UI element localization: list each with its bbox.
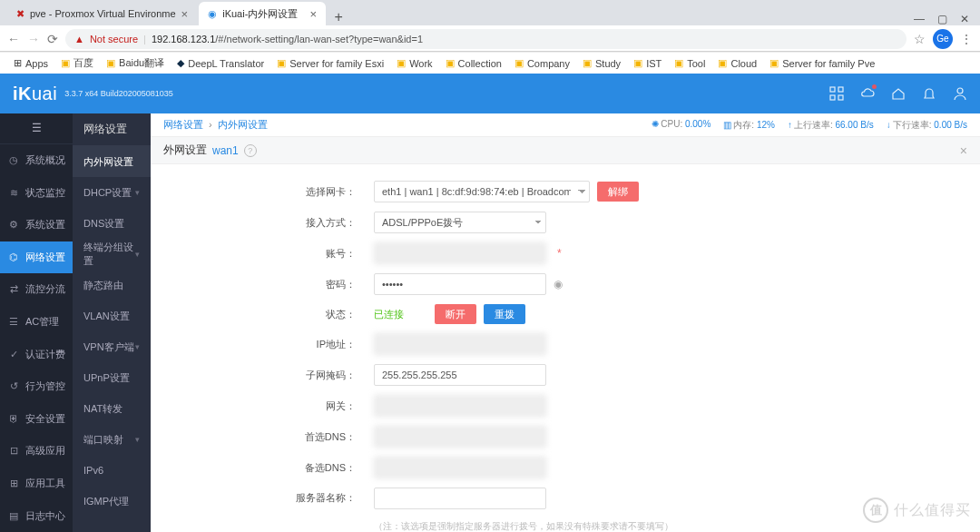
nav-item-tools[interactable]: ⊞应用工具 — [0, 468, 73, 500]
nic-select[interactable]: eth1 | wan1 | 8c:df:9d:98:74:eb | Broadc… — [374, 181, 590, 202]
folder-icon: ▣ — [514, 57, 524, 69]
list-icon: ☰ — [7, 316, 20, 328]
nav-reload[interactable]: ⟳ — [47, 32, 58, 46]
nav-item-system[interactable]: ⚙系统设置 — [0, 209, 73, 241]
folder-icon: ▣ — [769, 57, 779, 69]
eye-icon[interactable]: ◉ — [554, 278, 563, 291]
browser-tab-active[interactable]: ◉ iKuai-内外网设置 × — [199, 2, 326, 25]
url-input[interactable]: ▲ Not secure | 192.168.123.1/#/network-s… — [65, 29, 906, 49]
cpu-icon: ✺ — [652, 119, 659, 129]
warning-icon: ▲ — [74, 34, 84, 44]
dns2-input[interactable] — [374, 457, 546, 478]
crumb-link[interactable]: 网络设置 — [163, 119, 203, 130]
cloud-icon[interactable] — [860, 86, 875, 101]
window-minimize[interactable]: — — [914, 13, 925, 25]
subnav-vlan[interactable]: VLAN设置 — [73, 300, 151, 331]
access-select[interactable]: ADSL/PPPoE拨号 — [374, 212, 546, 233]
subnav-route[interactable]: 静态路由 — [73, 270, 151, 300]
subnav-dhcp[interactable]: DHCP设置▾ — [73, 177, 151, 208]
bookmark-item[interactable]: ▣Server for family Esxi — [272, 55, 388, 71]
tab-wan-label: wan1 — [212, 144, 239, 157]
subnav-dns[interactable]: DNS设置 — [73, 208, 151, 239]
mask-input[interactable] — [374, 364, 546, 386]
label-ip: IP地址： — [163, 334, 374, 354]
bookmark-apps[interactable]: ⊞Apps — [9, 55, 53, 71]
bookmark-item[interactable]: ▣Work — [392, 55, 436, 71]
svg-point-4 — [957, 88, 963, 94]
redial-button[interactable]: 重拨 — [484, 304, 525, 324]
svg-rect-2 — [830, 95, 835, 100]
nav-back[interactable]: ← — [7, 32, 20, 46]
bookmark-item[interactable]: ▣Study — [578, 55, 625, 71]
shield-icon: ⛨ — [7, 413, 20, 424]
bookmark-item[interactable]: ▣百度 — [56, 54, 98, 72]
subnav-ipv6[interactable]: IPv6 — [73, 455, 151, 486]
crumb-link[interactable]: 内外网设置 — [218, 119, 268, 130]
chevron-down-icon: ▾ — [135, 342, 140, 351]
security-label: Not secure — [90, 34, 138, 44]
label-server: 服务器名称： — [163, 488, 374, 507]
app-icon: ⊡ — [7, 445, 20, 457]
log-icon: ▤ — [7, 510, 20, 522]
bookmark-item[interactable]: ▣Baidu翻译 — [102, 54, 169, 72]
nav-item-network[interactable]: ⌬网络设置 — [0, 241, 73, 274]
bookmark-item[interactable]: ◆DeepL Translator — [172, 55, 269, 71]
account-input[interactable] — [374, 242, 546, 264]
subnav-group[interactable]: 终端分组设置▾ — [73, 239, 151, 270]
bookmark-item[interactable]: ▣IST — [629, 55, 666, 71]
browser-menu[interactable]: ⋮ — [960, 32, 973, 46]
label-mask: 子网掩码： — [163, 365, 374, 385]
dns1-input[interactable] — [374, 426, 546, 448]
label-nic: 选择网卡： — [163, 182, 374, 202]
server-hint: （注：该选项是强制指定服务器进行拨号，如果没有特殊要求请不要填写） — [374, 520, 673, 532]
bell-icon[interactable] — [922, 86, 936, 101]
close-panel-icon[interactable]: × — [960, 143, 967, 158]
nav-item-monitor[interactable]: ≋状态监控 — [0, 176, 73, 209]
nav-item-security[interactable]: ⛨安全设置 — [0, 403, 73, 436]
bookmark-item[interactable]: ▣Cloud — [713, 55, 761, 71]
unbind-button[interactable]: 解绑 — [597, 182, 639, 202]
disconnect-button[interactable]: 断开 — [435, 304, 476, 324]
profile-avatar[interactable]: Ge — [933, 29, 953, 49]
folder-icon: ▣ — [583, 57, 592, 69]
grid-icon[interactable] — [829, 86, 844, 101]
nav-item-overview[interactable]: ◷系统概况 — [0, 144, 73, 177]
browser-tab[interactable]: ✖ pve - Proxmox Virtual Environme × — [7, 2, 197, 25]
home-icon[interactable] — [891, 86, 906, 101]
bookmark-item[interactable]: ▣Tool — [670, 55, 710, 71]
logo: iKuai — [13, 84, 57, 104]
subnav-igmp[interactable]: IGMP代理 — [73, 486, 151, 517]
window-close[interactable]: ✕ — [960, 13, 969, 25]
nav-item-auth[interactable]: ✓认证计费 — [0, 338, 73, 370]
subnav-vpn[interactable]: VPN客户端▾ — [73, 331, 151, 362]
subnav-nat[interactable]: NAT转发 — [73, 393, 151, 424]
nav-collapse-icon[interactable]: ☰ — [0, 113, 73, 144]
nav-item-advanced[interactable]: ⊡高级应用 — [0, 435, 73, 468]
folder-icon: ▣ — [718, 57, 727, 69]
user-icon[interactable] — [953, 86, 967, 101]
subnav-portmap[interactable]: 端口映射▾ — [73, 424, 151, 455]
nav-item-behavior[interactable]: ↺行为管控 — [0, 370, 73, 403]
new-tab-button[interactable]: + — [328, 9, 349, 25]
close-icon[interactable]: × — [310, 7, 318, 21]
ip-input[interactable] — [374, 333, 546, 355]
bookmark-star[interactable]: ☆ — [914, 32, 926, 46]
subnav-lanwan[interactable]: 内外网设置 — [73, 146, 151, 177]
password-input[interactable] — [374, 273, 546, 295]
window-maximize[interactable]: ▢ — [937, 13, 947, 25]
label-dns1: 首选DNS： — [163, 427, 374, 447]
nav-item-logs[interactable]: ▤日志中心 — [0, 499, 73, 532]
server-input[interactable] — [374, 488, 546, 509]
close-icon[interactable]: × — [181, 7, 189, 21]
chevron-down-icon: ▾ — [135, 435, 140, 444]
nav-item-flow[interactable]: ⇄流控分流 — [0, 273, 73, 306]
bookmark-item[interactable]: ▣Collection — [441, 55, 506, 71]
gateway-input[interactable] — [374, 395, 546, 417]
help-icon[interactable]: ? — [244, 144, 257, 157]
tab-name: 外网设置 — [163, 143, 207, 158]
subnav-upnp[interactable]: UPnP设置 — [73, 362, 151, 393]
check-icon: ✓ — [7, 349, 20, 360]
bookmark-item[interactable]: ▣Company — [510, 55, 574, 71]
bookmark-item[interactable]: ▣Server for family Pve — [765, 55, 879, 71]
nav-item-ac[interactable]: ☰AC管理 — [0, 306, 73, 339]
